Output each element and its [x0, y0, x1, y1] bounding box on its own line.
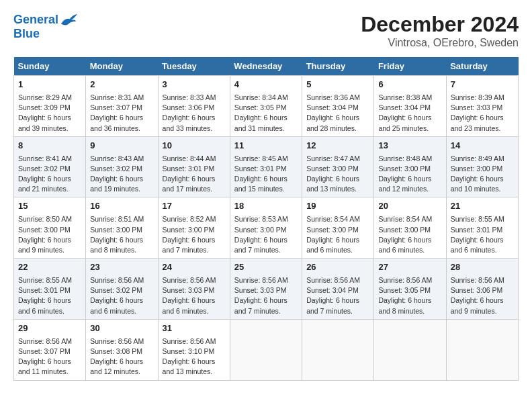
- day-info-line: Daylight: 6 hours: [378, 174, 441, 184]
- day-info-line: and 13 minutes.: [306, 184, 369, 194]
- day-number: 20: [378, 200, 441, 213]
- day-info-line: Sunset: 3:04 PM: [306, 285, 369, 295]
- calendar-cell: 17Sunrise: 8:52 AMSunset: 3:00 PMDayligh…: [158, 197, 230, 259]
- day-info-line: Daylight: 6 hours: [18, 357, 81, 367]
- day-info-line: Sunrise: 8:29 AM: [18, 93, 81, 103]
- day-info-line: Sunset: 3:00 PM: [378, 225, 441, 235]
- day-info-line: Daylight: 6 hours: [306, 113, 369, 123]
- day-info-line: Sunrise: 8:44 AM: [163, 154, 226, 164]
- day-info-line: Sunset: 3:00 PM: [163, 225, 226, 235]
- logo-text: General: [13, 13, 58, 27]
- day-info-line: Sunset: 3:04 PM: [306, 103, 369, 113]
- calendar-cell: 16Sunrise: 8:51 AMSunset: 3:00 PMDayligh…: [86, 197, 158, 259]
- calendar-week-row: 8Sunrise: 8:41 AMSunset: 3:02 PMDaylight…: [14, 136, 519, 197]
- day-number: 12: [306, 140, 369, 152]
- day-info-line: Sunrise: 8:43 AM: [90, 154, 153, 164]
- calendar-week-row: 15Sunrise: 8:50 AMSunset: 3:00 PMDayligh…: [14, 197, 519, 259]
- header: General Blue December 2024 Vintrosa, OEr…: [13, 12, 519, 49]
- day-info-line: and 9 minutes.: [18, 245, 81, 255]
- day-info-line: Sunrise: 8:48 AM: [378, 154, 441, 164]
- day-number: 15: [18, 200, 81, 213]
- calendar-cell: 20Sunrise: 8:54 AMSunset: 3:00 PMDayligh…: [374, 197, 446, 259]
- day-info-line: Daylight: 6 hours: [163, 235, 226, 245]
- day-info-line: Sunset: 3:03 PM: [451, 103, 514, 113]
- day-info-line: Sunrise: 8:55 AM: [451, 214, 514, 224]
- day-info-line: Daylight: 6 hours: [451, 235, 514, 245]
- day-info-line: Sunrise: 8:51 AM: [90, 214, 153, 224]
- calendar-cell: 9Sunrise: 8:43 AMSunset: 3:02 PMDaylight…: [86, 136, 158, 197]
- weekday-header: Sunday: [14, 57, 86, 76]
- day-info-line: Daylight: 6 hours: [306, 235, 369, 245]
- page: General Blue December 2024 Vintrosa, OEr…: [0, 0, 532, 411]
- day-info-line: Daylight: 6 hours: [378, 113, 441, 123]
- day-info-line: Daylight: 6 hours: [18, 113, 81, 123]
- day-info-line: Daylight: 6 hours: [451, 295, 514, 306]
- day-number: 21: [451, 200, 514, 213]
- day-info-line: Sunrise: 8:53 AM: [234, 214, 298, 224]
- day-number: 31: [163, 322, 226, 335]
- day-number: 5: [306, 79, 369, 91]
- day-number: 8: [18, 140, 81, 152]
- day-number: 14: [451, 140, 514, 152]
- day-info-line: Sunrise: 8:56 AM: [90, 336, 153, 347]
- day-number: 27: [378, 261, 441, 274]
- day-info-line: Sunrise: 8:56 AM: [306, 275, 369, 285]
- day-info-line: and 21 minutes.: [18, 184, 81, 194]
- day-info-line: Sunset: 3:01 PM: [451, 225, 514, 235]
- day-number: 24: [163, 261, 226, 274]
- calendar-cell: 14Sunrise: 8:49 AMSunset: 3:00 PMDayligh…: [446, 136, 518, 197]
- day-info-line: Sunrise: 8:49 AM: [451, 154, 514, 164]
- day-info-line: and 6 minutes.: [451, 245, 514, 255]
- calendar-cell: 10Sunrise: 8:44 AMSunset: 3:01 PMDayligh…: [158, 136, 230, 197]
- day-info-line: and 8 minutes.: [90, 245, 153, 255]
- day-info-line: and 19 minutes.: [90, 184, 153, 194]
- day-info-line: and 10 minutes.: [451, 184, 514, 194]
- calendar-cell: 22Sunrise: 8:55 AMSunset: 3:01 PMDayligh…: [14, 259, 86, 320]
- logo-blue: Blue: [13, 27, 79, 41]
- logo: General Blue: [13, 12, 79, 41]
- day-info-line: Daylight: 6 hours: [90, 235, 153, 245]
- day-info-line: Sunset: 3:10 PM: [163, 347, 226, 357]
- day-info-line: Sunset: 3:01 PM: [234, 164, 298, 174]
- day-info-line: Sunset: 3:01 PM: [163, 164, 226, 174]
- day-number: 1: [18, 79, 81, 91]
- calendar-cell: 15Sunrise: 8:50 AMSunset: 3:00 PMDayligh…: [14, 197, 86, 259]
- day-info-line: Sunset: 3:00 PM: [306, 164, 369, 174]
- day-number: 11: [234, 140, 298, 152]
- day-info-line: Sunset: 3:00 PM: [234, 225, 298, 235]
- day-number: 22: [18, 261, 81, 274]
- day-number: 16: [90, 200, 153, 213]
- day-info-line: Sunrise: 8:36 AM: [306, 93, 369, 103]
- calendar-cell: [230, 319, 302, 380]
- day-info-line: Sunset: 3:08 PM: [90, 347, 153, 357]
- calendar-cell: 4Sunrise: 8:34 AMSunset: 3:05 PMDaylight…: [230, 76, 302, 137]
- day-info-line: and 28 minutes.: [306, 124, 369, 134]
- bird-icon: [60, 12, 79, 28]
- day-info-line: and 7 minutes.: [234, 245, 298, 255]
- day-info-line: Sunrise: 8:34 AM: [234, 93, 298, 103]
- day-number: 26: [306, 261, 369, 274]
- day-info-line: Sunrise: 8:54 AM: [306, 214, 369, 224]
- day-info-line: Daylight: 6 hours: [90, 113, 153, 123]
- day-info-line: Sunset: 3:02 PM: [90, 285, 153, 295]
- day-info-line: and 36 minutes.: [90, 124, 153, 134]
- weekday-header: Saturday: [446, 57, 518, 76]
- day-number: 4: [234, 79, 298, 91]
- day-info-line: and 6 minutes.: [90, 306, 153, 316]
- day-info-line: Daylight: 6 hours: [234, 235, 298, 245]
- day-info-line: and 9 minutes.: [451, 306, 514, 316]
- calendar-table: SundayMondayTuesdayWednesdayThursdayFrid…: [13, 57, 519, 381]
- day-info-line: and 6 minutes.: [18, 306, 81, 316]
- day-number: 30: [90, 322, 153, 335]
- calendar-cell: 30Sunrise: 8:56 AMSunset: 3:08 PMDayligh…: [86, 319, 158, 380]
- calendar-cell: 1Sunrise: 8:29 AMSunset: 3:09 PMDaylight…: [14, 76, 86, 137]
- calendar-cell: 13Sunrise: 8:48 AMSunset: 3:00 PMDayligh…: [374, 136, 446, 197]
- day-info-line: Daylight: 6 hours: [451, 113, 514, 123]
- day-info-line: Daylight: 6 hours: [451, 174, 514, 184]
- day-number: 13: [378, 140, 441, 152]
- calendar-week-row: 1Sunrise: 8:29 AMSunset: 3:09 PMDaylight…: [14, 76, 519, 137]
- day-info-line: and 17 minutes.: [163, 184, 226, 194]
- day-info-line: and 11 minutes.: [18, 367, 81, 377]
- day-info-line: Sunset: 3:07 PM: [18, 347, 81, 357]
- day-info-line: Daylight: 6 hours: [163, 295, 226, 306]
